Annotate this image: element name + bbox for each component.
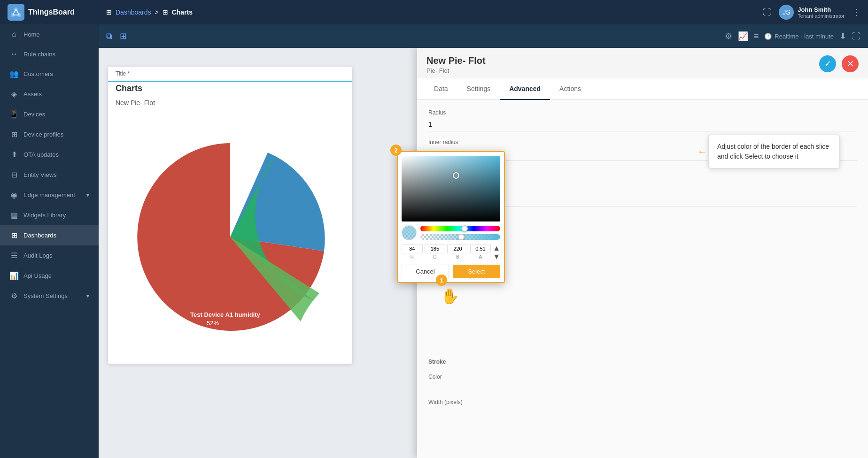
a-label: A <box>479 254 482 260</box>
sidebar-item-widgets-library[interactable]: ▦ Widgets Library <box>0 205 99 225</box>
pie-chart: Test Device A1 humidity 52% <box>108 110 352 364</box>
download-icon[interactable]: ⬇ <box>839 31 846 41</box>
sidebar-item-ota-updates[interactable]: ⬆ OTA updates <box>0 145 99 165</box>
step-badge-2: 2 <box>390 145 402 156</box>
api-icon: 📊 <box>9 271 19 280</box>
realtime-label: Realtime - last minute <box>775 33 834 40</box>
sidebar-item-label: Dashboards <box>23 232 89 239</box>
r-input-group: R <box>402 244 423 261</box>
alpha-thumb[interactable] <box>458 234 465 240</box>
toolbar-actions: ⚙ 📈 ≡ 🕐 Realtime - last minute ⬇ ⛶ <box>725 31 860 41</box>
nav-right: ⛶ JS John Smith Tenant administrator ⋮ <box>763 5 860 20</box>
more-menu-icon[interactable]: ⋮ <box>852 7 860 17</box>
widgets-icon: ▦ <box>9 211 19 220</box>
sidebar-item-label: Rule chains <box>23 51 89 58</box>
card-subtitle: New Pie- Flot <box>108 97 352 110</box>
tab-actions[interactable]: Actions <box>550 78 590 100</box>
color-picker-popup: R G B A ▲ ▼ <box>397 151 505 283</box>
color-picker-overlay: 2 <box>397 151 505 283</box>
settings-icon: ⚙ <box>9 291 19 300</box>
sidebar: ⌂ Home ↔ Rule chains 👥 Customers ◈ Asset… <box>0 24 99 458</box>
radius-input[interactable] <box>428 118 857 131</box>
picker-controls <box>402 225 500 240</box>
logo-text: ThingsBoard <box>28 8 75 16</box>
panel-tabs: Data Settings Advanced Actions <box>417 78 868 100</box>
panel-close-button[interactable]: ✕ <box>842 55 859 72</box>
radius-row: Radius <box>428 109 857 131</box>
sidebar-item-device-profiles[interactable]: ⊞ Device profiles <box>0 124 99 145</box>
hue-slider[interactable] <box>420 226 500 231</box>
rgba-inputs: R G B A ▲ ▼ <box>402 244 500 261</box>
sidebar-item-label: Audit Logs <box>23 252 89 259</box>
r-input[interactable] <box>402 244 423 253</box>
sidebar-item-audit-logs[interactable]: ☰ Audit Logs <box>0 245 99 266</box>
a-input-group: A <box>470 244 491 261</box>
b-input[interactable] <box>447 244 468 253</box>
rgba-spinner-down[interactable]: ▼ <box>493 252 500 261</box>
sidebar-item-api-usage[interactable]: 📊 Api Usage <box>0 266 99 286</box>
breadcrumb-dashboards[interactable]: Dashboards <box>116 8 151 16</box>
panel-header: New Pie- Flot Pie- Flot ✓ ✕ <box>417 48 868 78</box>
grid-icon[interactable]: ⊞ <box>120 31 127 41</box>
stroke-color-row: Color <box>428 370 857 386</box>
sidebar-item-label: Device profiles <box>23 131 89 138</box>
edge-icon: ◉ <box>9 191 19 199</box>
device-profiles-icon: ⊞ <box>9 130 19 139</box>
stroke-label: Stroke <box>428 355 857 365</box>
picker-buttons: Cancel Select <box>402 265 500 278</box>
expand-icon[interactable]: ⛶ <box>852 31 860 41</box>
fullscreen-icon[interactable]: ⛶ <box>763 8 771 17</box>
tab-advanced[interactable]: Advanced <box>500 78 550 100</box>
b-label: B <box>456 254 459 260</box>
tab-settings[interactable]: Settings <box>457 78 500 100</box>
avatar: JS <box>779 5 794 20</box>
sidebar-item-devices[interactable]: 📱 Devices <box>0 104 99 124</box>
devices-icon: 📱 <box>9 110 19 119</box>
layers-icon[interactable]: ⧉ <box>106 31 112 41</box>
a-input[interactable] <box>470 244 491 253</box>
sidebar-item-home[interactable]: ⌂ Home <box>0 24 99 44</box>
hue-thumb[interactable] <box>461 225 468 232</box>
chart-icon[interactable]: 📈 <box>738 31 748 41</box>
breadcrumb-separator: > <box>155 8 159 16</box>
settings-gear-icon[interactable]: ⚙ <box>725 31 732 41</box>
tooltip-bubble: Adjust color of the border of each slice… <box>708 135 840 168</box>
sidebar-item-rule-chains[interactable]: ↔ Rule chains <box>0 44 99 64</box>
sidebar-item-label: Assets <box>23 91 89 98</box>
rule-chains-icon: ↔ <box>9 50 19 58</box>
widget-card: Title * Charts New Pie- Flot Test Device… <box>108 67 352 364</box>
stroke-color-label: Color <box>428 374 442 380</box>
breadcrumb-current: Charts <box>172 8 193 16</box>
color-gradient-area[interactable] <box>402 156 500 221</box>
color-preview-swatch <box>402 225 417 240</box>
main-content: ⧉ ⊞ ⚙ 📈 ≡ 🕐 Realtime - last minute ⬇ ⛶ T… <box>99 24 868 458</box>
top-nav: ThingsBoard ⊞ Dashboards > ⊞ Charts ⛶ JS… <box>0 0 868 24</box>
panel-confirm-button[interactable]: ✓ <box>819 55 836 72</box>
alpha-slider[interactable] <box>420 234 500 240</box>
logo-icon <box>8 4 24 21</box>
color-picker-cursor <box>453 172 459 179</box>
sidebar-item-system-settings[interactable]: ⚙ System Settings ▾ <box>0 286 99 306</box>
tab-data[interactable]: Data <box>425 78 457 100</box>
title-label: Title * <box>116 70 130 77</box>
dashboard-area: Title * Charts New Pie- Flot Test Device… <box>99 48 868 458</box>
sidebar-item-assets[interactable]: ◈ Assets <box>0 84 99 104</box>
home-icon: ⌂ <box>9 30 19 38</box>
panel-header-text: New Pie- Flot Pie- Flot <box>426 55 486 74</box>
svg-text:Test Device A1 humidity: Test Device A1 humidity <box>190 311 261 318</box>
sidebar-item-dashboards[interactable]: ⊞ Dashboards <box>0 225 99 245</box>
sidebar-item-label: Edge management <box>23 191 82 198</box>
filter-icon[interactable]: ≡ <box>754 31 759 41</box>
breadcrumb-icon: ⊞ <box>106 8 112 16</box>
user-info: John Smith Tenant administrator <box>798 6 845 19</box>
rgba-spinner-up[interactable]: ▲ <box>493 244 500 252</box>
sidebar-item-customers[interactable]: 👥 Customers <box>0 64 99 84</box>
picker-select-button[interactable]: Select <box>453 265 500 278</box>
sidebar-item-entity-views[interactable]: ⊟ Entity Views <box>0 165 99 185</box>
g-input[interactable] <box>425 244 446 253</box>
dashboard-toolbar: ⧉ ⊞ ⚙ 📈 ≡ 🕐 Realtime - last minute ⬇ ⛶ <box>99 24 868 48</box>
b-input-group: B <box>447 244 468 261</box>
sidebar-item-edge-management[interactable]: ◉ Edge management ▾ <box>0 185 99 205</box>
sidebar-item-label: Widgets Library <box>23 212 89 219</box>
realtime-button[interactable]: 🕐 Realtime - last minute <box>764 33 834 40</box>
